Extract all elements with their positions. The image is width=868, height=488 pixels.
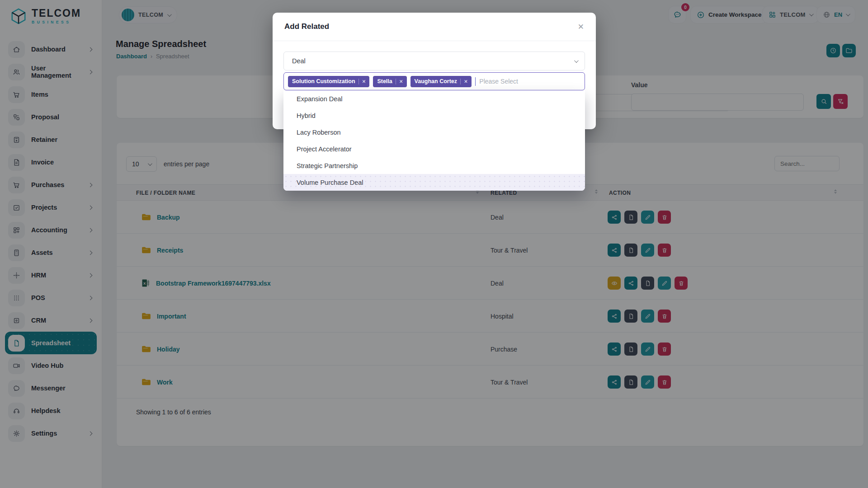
option-volume-purchase-deal[interactable]: Volume Purchase Deal [283, 174, 585, 191]
option-hybrid[interactable]: Hybrid [283, 107, 585, 124]
remove-tag-icon[interactable]: ✕ [460, 79, 472, 84]
multiselect-placeholder: Please Select [479, 78, 518, 85]
modal-title: Add Related [284, 22, 329, 31]
selected-tag: Vaughan Cortez ✕ [410, 76, 472, 87]
text-cursor [475, 77, 476, 86]
option-expansion-deal[interactable]: Expansion Deal [283, 90, 585, 107]
multiselect-options-dropdown: Expansion Deal Hybrid Lacy Roberson Proj… [283, 90, 585, 191]
remove-tag-icon[interactable]: ✕ [396, 79, 407, 84]
related-multiselect[interactable]: Solution Customization ✕ Stella ✕ Vaugha… [283, 72, 585, 90]
option-project-accelerator[interactable]: Project Accelerator [283, 141, 585, 157]
option-strategic-partnership[interactable]: Strategic Partnership [283, 157, 585, 174]
remove-tag-icon[interactable]: ✕ [359, 79, 370, 84]
option-lacy-roberson[interactable]: Lacy Roberson [283, 124, 585, 141]
selected-tag: Solution Customization ✕ [288, 76, 369, 87]
selected-tag: Stella ✕ [373, 76, 406, 87]
related-type-select[interactable]: Deal [283, 52, 585, 70]
close-icon[interactable]: ✕ [578, 23, 584, 31]
chevron-down-icon [574, 58, 579, 63]
